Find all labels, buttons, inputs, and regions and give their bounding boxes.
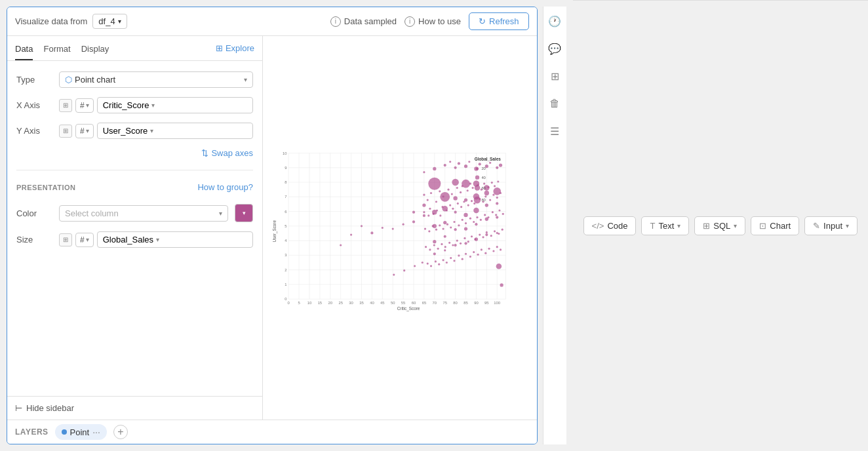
svg-point-221: [496, 264, 502, 269]
svg-text:85: 85: [464, 301, 467, 305]
sql-button[interactable]: ⊞ SQL ▾: [694, 216, 745, 235]
svg-point-224: [444, 164, 446, 167]
svg-point-229: [496, 167, 498, 169]
explore-icon: ⊞: [216, 43, 223, 53]
add-layer-button[interactable]: +: [113, 425, 128, 439]
svg-text:7: 7: [285, 195, 286, 199]
how-to-use-button[interactable]: i How to use: [404, 16, 461, 27]
svg-point-174: [448, 242, 450, 244]
size-value-select[interactable]: Global_Sales ▾: [97, 231, 253, 248]
svg-text:10: 10: [283, 151, 287, 155]
svg-point-183: [482, 236, 484, 238]
clock-icon[interactable]: 🕐: [547, 13, 562, 29]
svg-text:70: 70: [433, 301, 437, 305]
svg-point-88: [433, 240, 436, 243]
svg-point-193: [442, 259, 444, 261]
text-button[interactable]: T Text ▾: [641, 216, 689, 235]
tab-data[interactable]: Data: [15, 41, 33, 60]
data-sampled-button[interactable]: i Data sampled: [330, 16, 397, 27]
svg-point-234: [479, 163, 481, 165]
svg-point-71: [493, 187, 501, 195]
svg-point-203: [481, 248, 483, 250]
svg-point-210: [350, 234, 352, 236]
svg-point-218: [403, 269, 405, 271]
bottom-toolbar: </> Code T Text ▾ ⊞ SQL ▾ ⊡ Chart ✎ Inpu…: [573, 0, 868, 451]
input-label: Input: [823, 221, 842, 231]
svg-point-167: [502, 213, 504, 215]
svg-point-163: [487, 216, 489, 218]
df-select[interactable]: df_4 ▾: [92, 14, 127, 29]
svg-point-119: [487, 186, 489, 188]
refresh-button[interactable]: ↻ Refresh: [469, 12, 529, 30]
svg-point-65: [428, 178, 441, 190]
color-select[interactable]: Select column ▾: [59, 205, 228, 222]
svg-text:6: 6: [285, 210, 286, 214]
svg-point-200: [469, 256, 471, 258]
svg-text:3: 3: [285, 254, 286, 258]
size-value: Global_Sales: [103, 235, 153, 245]
svg-point-82: [473, 208, 479, 213]
point-layer-tab[interactable]: Point ···: [55, 424, 107, 440]
svg-point-217: [393, 273, 395, 275]
hide-sidebar-button[interactable]: ⊢ Hide sidebar: [7, 396, 262, 420]
svg-point-156: [462, 219, 464, 221]
x-axis-value-select[interactable]: Critic_Score ▾: [97, 97, 253, 113]
swap-icon: ⇅: [201, 148, 208, 158]
svg-point-242: [475, 185, 480, 190]
svg-point-108: [447, 189, 449, 191]
x-axis-type-value: #: [80, 101, 85, 110]
chat-icon[interactable]: 💬: [547, 41, 562, 56]
x-axis-row: X Axis ⊞ # ▾ Critic_Score ▾: [16, 97, 253, 113]
trash-icon[interactable]: 🗑: [547, 96, 562, 111]
layers-bar: LAYERS Point ··· +: [7, 420, 537, 444]
svg-point-160: [476, 216, 478, 218]
how-to-group-button[interactable]: How to group?: [197, 182, 253, 192]
code-button[interactable]: </> Code: [583, 216, 637, 235]
svg-point-137: [471, 200, 473, 202]
y-axis-label: Y Axis: [16, 126, 52, 136]
menu-icon[interactable]: ☰: [547, 123, 562, 139]
tab-display[interactable]: Display: [81, 41, 109, 60]
svg-text:95: 95: [484, 301, 488, 305]
svg-point-201: [473, 251, 475, 253]
y-axis-col-icon: ⊞: [59, 125, 72, 138]
svg-point-122: [497, 180, 499, 182]
color-label: Color: [16, 208, 52, 218]
size-type-select[interactable]: # ▾: [75, 233, 94, 247]
input-button[interactable]: ✎ Input ▾: [804, 216, 858, 235]
svg-point-199: [465, 253, 467, 255]
layer-dot-icon: [62, 429, 67, 435]
explore-button[interactable]: ⊞ Explore: [216, 43, 254, 58]
svg-point-97: [454, 244, 456, 246]
y-axis-type-select[interactable]: # ▾: [75, 124, 94, 138]
svg-text:20: 20: [328, 301, 333, 305]
divider: [16, 170, 253, 170]
x-axis-type-select[interactable]: # ▾: [75, 98, 94, 113]
svg-text:10: 10: [307, 301, 312, 305]
text-icon: T: [650, 221, 655, 231]
svg-point-148: [432, 225, 434, 227]
svg-point-118: [483, 183, 485, 185]
y-axis-value-select[interactable]: User_Score ▾: [97, 123, 253, 139]
type-select[interactable]: ⬡ Point chart ▾: [59, 71, 253, 88]
svg-point-126: [433, 213, 435, 215]
svg-point-244: [474, 197, 481, 204]
color-chevron-icon: ▾: [219, 210, 222, 217]
swap-axes-button[interactable]: ⇅ Swap axes: [16, 148, 253, 158]
svg-text:5: 5: [298, 301, 300, 305]
svg-point-171: [437, 248, 439, 250]
svg-point-127: [436, 209, 438, 211]
svg-text:55: 55: [401, 301, 405, 305]
svg-point-158: [469, 218, 471, 220]
chart-button[interactable]: ⊡ Chart: [751, 216, 799, 235]
svg-point-226: [464, 165, 467, 168]
table-icon[interactable]: ⊞: [547, 68, 562, 84]
svg-point-67: [452, 179, 459, 186]
x-axis-value: Critic_Score: [103, 100, 149, 110]
hide-sidebar-icon: ⊢: [15, 403, 22, 413]
tab-format[interactable]: Format: [43, 41, 70, 60]
svg-point-207: [496, 246, 498, 248]
type-row: Type ⬡ Point chart ▾: [16, 71, 253, 88]
svg-point-150: [439, 224, 441, 226]
color-swatch[interactable]: ▾: [235, 204, 253, 222]
